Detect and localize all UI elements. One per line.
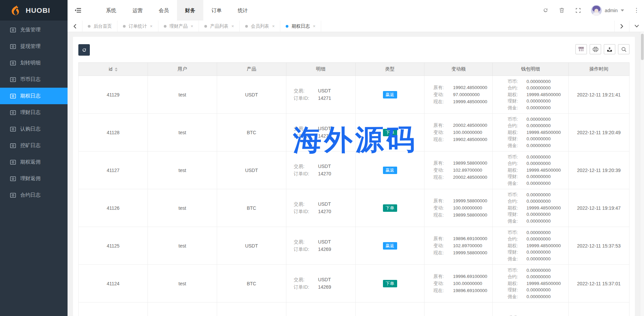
tabs: 后台首页 订单统计 × 理财产品 × 产品列表 × 会员列表 × 期权日志 ×	[82, 21, 321, 32]
cell-time: 2022-12-11 19:20:49	[568, 114, 629, 151]
more-dots-icon[interactable]: ⋮	[634, 8, 639, 13]
tabs-right-controls	[614, 21, 644, 32]
tab-5[interactable]: 期权日志 ×	[280, 21, 321, 32]
cell-user: test	[148, 114, 217, 151]
export-icon[interactable]	[604, 44, 615, 54]
tab-3[interactable]: 产品列表 ×	[199, 21, 240, 32]
cell-product: BTC	[217, 189, 286, 227]
cell-time	[568, 303, 629, 316]
table-card: id用户产品明细类型变动额钱包明细操作时间 41129 test USDT 交易…	[73, 37, 635, 316]
vertical-scrollbar[interactable]	[640, 32, 644, 316]
print-icon[interactable]	[590, 44, 601, 54]
table-row-1[interactable]: 41128 test BTC 交易:USDT订单ID:14271 下单 原有:2…	[79, 114, 629, 151]
sidebar-item-3[interactable]: 币币日志	[0, 71, 68, 88]
tab-close-icon[interactable]: ×	[191, 24, 194, 29]
tab-label: 订单统计	[129, 23, 147, 29]
table-row-4[interactable]: 41125 test USDT 交易:USDT订单ID:14269 赢返 原有:…	[79, 227, 629, 265]
tab-status-dot	[88, 25, 91, 28]
nav-item-4[interactable]: 订单	[203, 0, 230, 21]
cell-user: test	[148, 76, 217, 114]
sidebar-item-4[interactable]: 期权日志	[0, 88, 68, 104]
nav-item-5[interactable]: 统计	[230, 0, 256, 21]
table-row-5[interactable]: 41124 test BTC 交易:USDT订单ID:14269 下单 原有:1…	[79, 265, 629, 303]
column-header-7: 操作时间	[568, 63, 629, 76]
tab-close-icon[interactable]: ×	[272, 24, 275, 29]
cell-time: 2022-12-11 19:20:39	[568, 151, 629, 189]
cell-time: 2022-12-11 15:37:53	[568, 227, 629, 265]
nav-item-3[interactable]: 财务	[177, 0, 203, 21]
sidebar-item-5[interactable]: 理财日志	[0, 104, 68, 121]
cell-id: 41129	[79, 76, 148, 114]
cell-detail: 交易:USDT订单ID:14271	[286, 76, 355, 114]
sidebar-item-10[interactable]: 合约日志	[0, 187, 68, 203]
sidebar-item-2[interactable]: 划转明细	[0, 55, 68, 71]
money-icon	[10, 110, 16, 115]
money-icon	[10, 160, 16, 165]
tab-1[interactable]: 订单统计 ×	[118, 21, 158, 32]
refresh-icon[interactable]	[542, 7, 549, 14]
table-row-6[interactable]: 原有:19899.69100000 币币:0.00000000合约:0.0000…	[79, 303, 629, 316]
column-header-0[interactable]: id	[79, 63, 148, 76]
sidebar-item-8[interactable]: 期权返佣	[0, 154, 68, 170]
money-icon	[10, 28, 16, 32]
tab-4[interactable]: 会员列表 ×	[240, 21, 281, 32]
money-icon	[10, 94, 16, 98]
sidebar-item-label: 期权日志	[20, 93, 41, 99]
tabs-scroll-left-button[interactable]	[68, 21, 82, 32]
avatar	[591, 5, 602, 16]
collapse-sidebar-icon[interactable]	[68, 0, 88, 21]
sidebar-item-9[interactable]: 理财返佣	[0, 170, 68, 187]
tab-label: 会员列表	[251, 23, 269, 29]
trash-icon[interactable]	[559, 7, 565, 14]
table-toolbar	[575, 44, 629, 54]
search-icon[interactable]	[618, 44, 629, 54]
sidebar-item-0[interactable]: 充值管理	[0, 22, 68, 38]
user-menu[interactable]: admin	[591, 5, 624, 16]
cell-amount: 原有:19899.69100000	[424, 303, 493, 316]
sidebar-item-label: 认购日志	[20, 126, 41, 132]
money-icon	[10, 176, 16, 181]
sidebar-item-1[interactable]: 提现管理	[0, 38, 68, 55]
tab-close-icon[interactable]: ×	[150, 24, 153, 29]
table-row-0[interactable]: 41129 test USDT 交易:USDT订单ID:14271 赢返 原有:…	[79, 76, 629, 114]
type-badge: 赢返	[383, 91, 397, 98]
sidebar-item-label: 挖矿日志	[20, 142, 41, 149]
table-row-3[interactable]: 41126 test BTC 交易:USDT订单ID:14270 下单 原有:1…	[79, 189, 629, 227]
column-header-5: 变动额	[424, 63, 493, 76]
tab-status-dot	[245, 25, 248, 28]
cell-wallet: 币币:0.00000000合约:0.00000000期权:19999.48500…	[493, 189, 569, 227]
tabs-scroll-right-button[interactable]	[614, 21, 629, 32]
cell-product: USDT	[217, 227, 286, 265]
sidebar-item-label: 合约日志	[20, 192, 41, 198]
nav-item-0[interactable]: 系统	[98, 0, 124, 21]
nav-item-1[interactable]: 运营	[124, 0, 151, 21]
cell-type: 下单	[355, 265, 424, 303]
scrollbar-thumb[interactable]	[641, 34, 644, 60]
cell-id: 41125	[79, 227, 148, 265]
cell-user: test	[148, 189, 217, 227]
table-row-2[interactable]: 41127 test USDT 交易:USDT订单ID:14270 赢返 原有:…	[79, 151, 629, 189]
tab-close-icon[interactable]: ×	[231, 24, 234, 29]
tab-close-icon[interactable]: ×	[313, 24, 315, 29]
money-icon	[10, 77, 16, 82]
columns-icon[interactable]	[575, 44, 587, 54]
cell-wallet: 币币:0.00000000合约:0.00000000	[493, 303, 569, 316]
sidebar-item-6[interactable]: 认购日志	[0, 121, 68, 137]
sidebar-menu: 充值管理 提现管理 划转明细 币币日志 期权日志	[0, 21, 68, 203]
type-badge: 下单	[383, 204, 397, 212]
cell-product: USDT	[217, 76, 286, 114]
tab-label: 理财产品	[170, 23, 188, 29]
fullscreen-icon[interactable]	[575, 7, 582, 14]
sort-icon[interactable]	[115, 67, 118, 71]
tab-2[interactable]: 理财产品 ×	[158, 21, 199, 32]
sidebar: HUOBI 充值管理 提现管理 划转明细 币币日志	[0, 0, 68, 316]
tabs-dropdown-button[interactable]	[629, 21, 644, 32]
cell-user: test	[148, 227, 217, 265]
cell-product	[217, 303, 286, 316]
cell-id	[79, 303, 148, 316]
cell-type: 下单	[355, 114, 424, 151]
sidebar-item-7[interactable]: 挖矿日志	[0, 137, 68, 154]
tab-0[interactable]: 后台首页	[82, 21, 118, 32]
table-refresh-button[interactable]	[78, 44, 90, 56]
nav-item-2[interactable]: 会员	[151, 0, 177, 21]
